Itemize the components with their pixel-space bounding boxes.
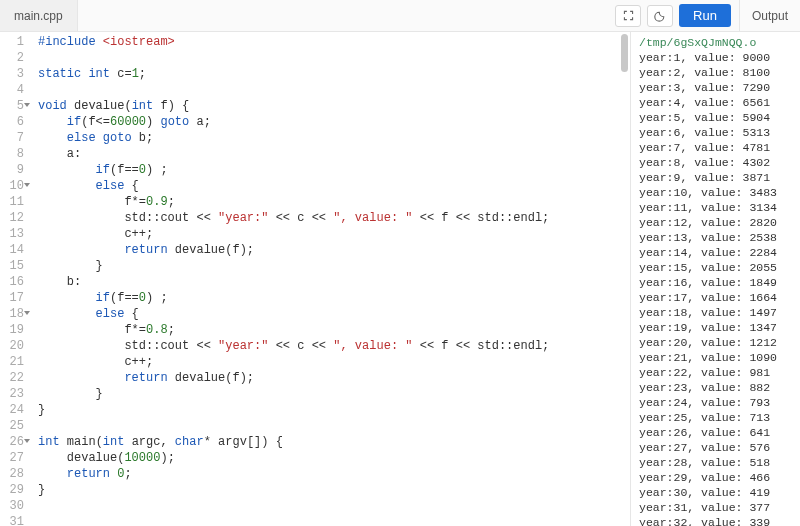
editor-scrollbar[interactable] — [621, 34, 628, 72]
code-line[interactable]: if(f<=60000) goto a; — [38, 114, 630, 130]
output-line: year:4, value: 6561 — [639, 95, 796, 110]
output-line: year:14, value: 2284 — [639, 245, 796, 260]
output-line: year:24, value: 793 — [639, 395, 796, 410]
code-line[interactable]: devalue(10000); — [38, 450, 630, 466]
output-panel: /tmp/6gSxQJmNQQ.o year:1, value: 9000yea… — [630, 32, 800, 526]
output-line: year:23, value: 882 — [639, 380, 796, 395]
output-line: year:20, value: 1212 — [639, 335, 796, 350]
code-line[interactable] — [38, 498, 630, 514]
file-tab[interactable]: main.cpp — [0, 0, 78, 31]
line-number: 4 — [0, 82, 24, 98]
line-number: 27 — [0, 450, 24, 466]
code-line[interactable]: b: — [38, 274, 630, 290]
output-line: year:6, value: 5313 — [639, 125, 796, 140]
line-number: 17 — [0, 290, 24, 306]
line-number: 14 — [0, 242, 24, 258]
line-number: 11 — [0, 194, 24, 210]
output-line: year:22, value: 981 — [639, 365, 796, 380]
output-line: year:32, value: 339 — [639, 515, 796, 526]
output-line: year:13, value: 2538 — [639, 230, 796, 245]
line-number: 24 — [0, 402, 24, 418]
line-number: 26 — [0, 434, 24, 450]
output-line: year:27, value: 576 — [639, 440, 796, 455]
code-line[interactable]: if(f==0) ; — [38, 290, 630, 306]
line-number: 5 — [0, 98, 24, 114]
code-line[interactable]: else goto b; — [38, 130, 630, 146]
output-line: year:25, value: 713 — [639, 410, 796, 425]
line-number: 19 — [0, 322, 24, 338]
line-number: 18 — [0, 306, 24, 322]
line-number: 16 — [0, 274, 24, 290]
topbar: main.cpp Run Output — [0, 0, 800, 32]
line-number: 20 — [0, 338, 24, 354]
code-line[interactable] — [38, 418, 630, 434]
code-line[interactable]: else { — [38, 178, 630, 194]
code-area[interactable]: #include <iostream> static int c=1; void… — [30, 32, 630, 526]
code-line[interactable]: else { — [38, 306, 630, 322]
output-line: year:19, value: 1347 — [639, 320, 796, 335]
code-line[interactable] — [38, 514, 630, 526]
line-number: 12 — [0, 210, 24, 226]
code-line[interactable]: a: — [38, 146, 630, 162]
theme-toggle-button[interactable] — [647, 5, 673, 27]
output-line: year:29, value: 466 — [639, 470, 796, 485]
line-number: 22 — [0, 370, 24, 386]
code-line[interactable]: return 0; — [38, 466, 630, 482]
fullscreen-icon — [622, 9, 635, 22]
line-number: 6 — [0, 114, 24, 130]
main-area: 1234567891011121314151617181920212223242… — [0, 32, 800, 526]
code-line[interactable]: c++; — [38, 226, 630, 242]
run-button[interactable]: Run — [679, 4, 731, 27]
line-number: 9 — [0, 162, 24, 178]
line-number: 1 — [0, 34, 24, 50]
line-number: 3 — [0, 66, 24, 82]
code-line[interactable]: if(f==0) ; — [38, 162, 630, 178]
line-number: 8 — [0, 146, 24, 162]
line-number: 2 — [0, 50, 24, 66]
code-line[interactable]: } — [38, 482, 630, 498]
output-line: year:18, value: 1497 — [639, 305, 796, 320]
code-line[interactable]: f*=0.8; — [38, 322, 630, 338]
code-line[interactable]: #include <iostream> — [38, 34, 630, 50]
code-line[interactable] — [38, 50, 630, 66]
code-line[interactable]: std::cout << "year:" << c << ", value: "… — [38, 210, 630, 226]
output-line: year:28, value: 518 — [639, 455, 796, 470]
code-line[interactable]: int main(int argc, char* argv[]) { — [38, 434, 630, 450]
output-line: year:17, value: 1664 — [639, 290, 796, 305]
output-line: year:7, value: 4781 — [639, 140, 796, 155]
code-line[interactable] — [38, 82, 630, 98]
fullscreen-button[interactable] — [615, 5, 641, 27]
ide-root: main.cpp Run Output 12345678910111213141… — [0, 0, 800, 526]
code-line[interactable]: } — [38, 258, 630, 274]
line-number: 29 — [0, 482, 24, 498]
output-line: year:11, value: 3134 — [639, 200, 796, 215]
line-number: 23 — [0, 386, 24, 402]
code-line[interactable]: void devalue(int f) { — [38, 98, 630, 114]
code-editor[interactable]: 1234567891011121314151617181920212223242… — [0, 32, 630, 526]
output-line: year:5, value: 5904 — [639, 110, 796, 125]
code-line[interactable]: static int c=1; — [38, 66, 630, 82]
code-line[interactable]: c++; — [38, 354, 630, 370]
output-line: year:30, value: 419 — [639, 485, 796, 500]
line-number: 30 — [0, 498, 24, 514]
code-line[interactable]: return devalue(f); — [38, 242, 630, 258]
line-number: 13 — [0, 226, 24, 242]
code-line[interactable]: f*=0.9; — [38, 194, 630, 210]
output-title: Output — [740, 9, 800, 23]
output-line: year:31, value: 377 — [639, 500, 796, 515]
code-line[interactable]: } — [38, 402, 630, 418]
line-number: 21 — [0, 354, 24, 370]
output-line: year:9, value: 3871 — [639, 170, 796, 185]
code-line[interactable]: } — [38, 386, 630, 402]
output-rows: year:1, value: 9000year:2, value: 8100ye… — [639, 50, 796, 526]
code-line[interactable]: std::cout << "year:" << c << ", value: "… — [38, 338, 630, 354]
output-line: year:8, value: 4302 — [639, 155, 796, 170]
output-line: year:21, value: 1090 — [639, 350, 796, 365]
output-line: year:16, value: 1849 — [639, 275, 796, 290]
code-line[interactable]: return devalue(f); — [38, 370, 630, 386]
line-number: 15 — [0, 258, 24, 274]
line-gutter: 1234567891011121314151617181920212223242… — [0, 32, 30, 526]
output-line: year:10, value: 3483 — [639, 185, 796, 200]
output-line: year:15, value: 2055 — [639, 260, 796, 275]
line-number: 31 — [0, 514, 24, 526]
